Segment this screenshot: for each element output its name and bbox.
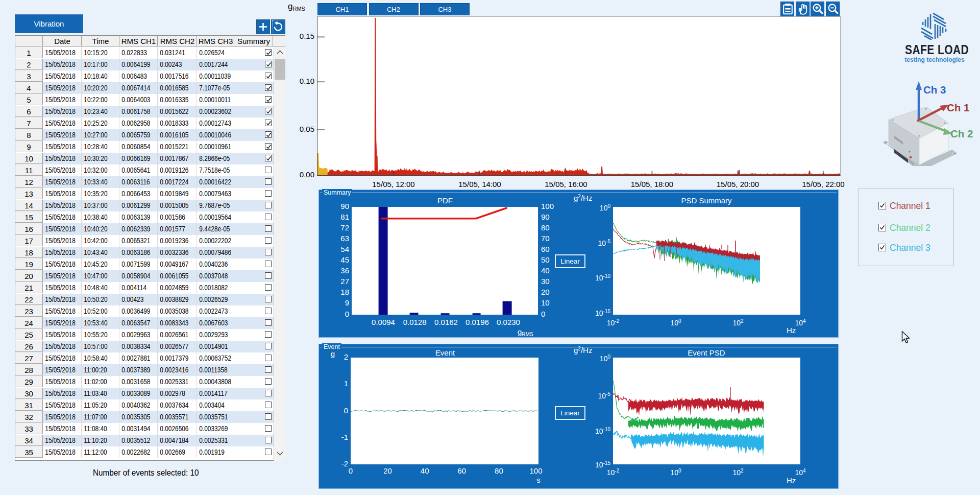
- svg-text:Ch 1: Ch 1: [947, 102, 969, 113]
- svg-text:Ch 2: Ch 2: [950, 128, 973, 139]
- svg-text:Ch 3: Ch 3: [923, 84, 946, 96]
